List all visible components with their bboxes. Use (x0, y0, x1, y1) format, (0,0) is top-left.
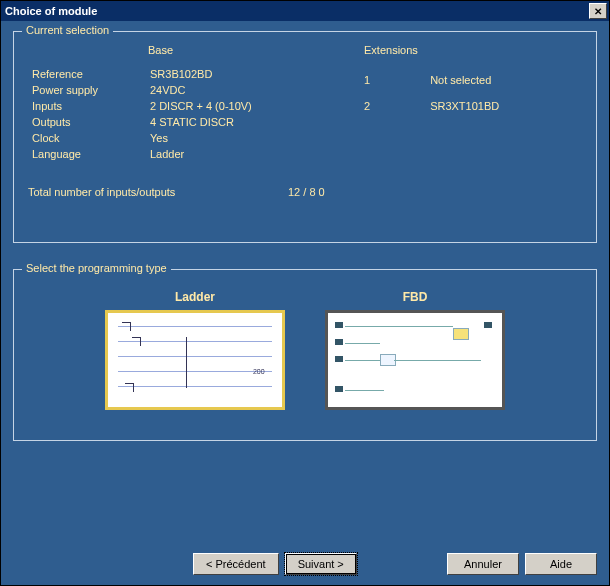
base-column: Base ReferenceSR3B102BD Power supply24VD… (28, 44, 328, 162)
power-value: 24VDC (146, 82, 328, 98)
table-row: ReferenceSR3B102BD (28, 66, 328, 82)
reference-value: SR3B102BD (146, 66, 328, 82)
ext2-index: 2 (364, 100, 370, 112)
table-row: ClockYes (28, 130, 328, 146)
help-button[interactable]: Aide (525, 553, 597, 575)
ext2-value: SR3XT101BD (430, 100, 499, 112)
module-choice-window: Choice of module ✕ Current selection Bas… (0, 0, 610, 586)
language-value: Ladder (146, 146, 328, 162)
window-title: Choice of module (5, 5, 97, 17)
extension-row-1: 1 Not selected (364, 74, 582, 86)
ladder-thumbnail: 200 (105, 310, 285, 410)
programming-type-legend: Select the programming type (22, 262, 171, 274)
titlebar-buttons: ✕ (589, 3, 607, 19)
close-icon: ✕ (594, 6, 602, 17)
clock-label: Clock (28, 130, 146, 146)
client-area: Current selection Base ReferenceSR3B102B… (1, 21, 609, 585)
table-row: Inputs2 DISCR + 4 (0-10V) (28, 98, 328, 114)
next-button[interactable]: Suivant > (285, 553, 357, 575)
total-row: Total number of inputs/outputs 12 / 8 0 (28, 186, 582, 198)
ext1-index: 1 (364, 74, 370, 86)
table-row: Power supply24VDC (28, 82, 328, 98)
base-header: Base (148, 44, 328, 56)
inputs-value: 2 DISCR + 4 (0-10V) (146, 98, 328, 114)
table-row: Outputs4 STATIC DISCR (28, 114, 328, 130)
reference-label: Reference (28, 66, 146, 82)
fbd-option[interactable]: FBD (325, 290, 505, 410)
previous-button[interactable]: < Précédent (193, 553, 279, 575)
base-properties-table: ReferenceSR3B102BD Power supply24VDC Inp… (28, 66, 328, 162)
clock-value: Yes (146, 130, 328, 146)
wizard-button-bar: < Précédent Suivant > Annuler Aide (13, 553, 597, 575)
cancel-button[interactable]: Annuler (447, 553, 519, 575)
language-label: Language (28, 146, 146, 162)
total-label: Total number of inputs/outputs (28, 186, 228, 198)
total-value: 12 / 8 0 (288, 186, 325, 198)
programming-type-group: Select the programming type Ladder (13, 269, 597, 441)
ext1-value: Not selected (430, 74, 491, 86)
ladder-label: Ladder (105, 290, 285, 304)
inputs-label: Inputs (28, 98, 146, 114)
table-row: LanguageLadder (28, 146, 328, 162)
extensions-header: Extensions (364, 44, 582, 56)
ladder-sample-text: 200 (253, 368, 265, 375)
current-selection-legend: Current selection (22, 24, 113, 36)
power-label: Power supply (28, 82, 146, 98)
current-selection-group: Current selection Base ReferenceSR3B102B… (13, 31, 597, 243)
extensions-column: Extensions 1 Not selected 2 SR3XT101BD (364, 44, 582, 162)
fbd-label: FBD (325, 290, 505, 304)
close-button[interactable]: ✕ (589, 3, 607, 19)
extension-row-2: 2 SR3XT101BD (364, 100, 582, 112)
fbd-thumbnail (325, 310, 505, 410)
titlebar: Choice of module ✕ (1, 1, 609, 21)
ladder-option[interactable]: Ladder 200 (105, 290, 285, 410)
outputs-label: Outputs (28, 114, 146, 130)
outputs-value: 4 STATIC DISCR (146, 114, 328, 130)
